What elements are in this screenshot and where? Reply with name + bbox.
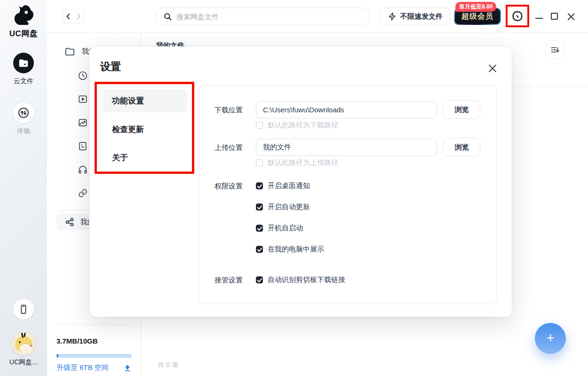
user-avatar[interactable] xyxy=(12,332,35,355)
rail-label-user: UC网盘... xyxy=(0,358,47,367)
settings-dialog: 设置 功能设置 检查更新 关于 下载位置 浏览 默认此路径为下载路径 上传位置 … xyxy=(89,47,512,317)
rail-item-mobile[interactable] xyxy=(0,299,47,320)
nav-item-label: 功能设置 xyxy=(112,96,144,105)
document-icon[interactable] xyxy=(78,141,88,151)
settings-gear-icon[interactable] xyxy=(511,10,524,23)
item-count: 共 0 项 xyxy=(158,361,178,369)
checkbox-label: 开启自动更新 xyxy=(268,203,310,212)
rail-item-cloud-files[interactable]: 云文件 xyxy=(0,53,47,86)
dialog-nav-check-update[interactable]: 检查更新 xyxy=(103,123,187,137)
history-nav xyxy=(63,9,84,24)
dialog-nav-function-settings[interactable]: 功能设置 xyxy=(103,89,187,112)
browse-label: 浏览 xyxy=(455,105,469,114)
default-upload-path-checkbox[interactable]: 默认此路径为上传路径 xyxy=(256,158,338,167)
desktop-notification-checkbox[interactable]: 开启桌面通知 xyxy=(256,181,310,190)
brand-name: UC网盘 xyxy=(7,28,40,39)
storage-progress-bar xyxy=(56,354,132,358)
phone-icon xyxy=(18,304,29,314)
checkbox-label: 默认此路径为上传路径 xyxy=(268,158,338,167)
link-icon[interactable] xyxy=(78,188,88,198)
clipboard-link-checkbox[interactable]: 自动识别剪切板下载链接 xyxy=(256,275,345,284)
app-logo: UC网盘 xyxy=(7,4,40,39)
dialog-close-icon[interactable] xyxy=(488,64,497,72)
nav-item-label: 关于 xyxy=(112,153,128,162)
takeover-settings-label: 接管设置 xyxy=(215,276,243,285)
auto-update-checkbox[interactable]: 开启自动更新 xyxy=(256,203,310,212)
upload-location-label: 上传位置 xyxy=(215,143,243,152)
video-icon[interactable] xyxy=(78,94,88,104)
storage-usage: 3.7MB/10GB xyxy=(56,337,132,345)
checkbox-label: 开机自启动 xyxy=(268,224,303,233)
share-nodes-icon xyxy=(65,217,75,227)
storage-panel: 3.7MB/10GB 升级至 6TB 空间 xyxy=(56,324,132,372)
transfer-arrows-icon xyxy=(17,107,30,119)
checkbox-label: 默认此路径为下载路径 xyxy=(268,121,338,130)
download-browse-button[interactable]: 浏览 xyxy=(443,100,480,119)
vip-label: 超级会员 xyxy=(461,12,493,22)
forward-chevron-icon[interactable] xyxy=(75,13,82,20)
back-chevron-icon[interactable] xyxy=(65,13,72,20)
show-in-my-computer-checkbox[interactable]: 在我的电脑中展示 xyxy=(256,245,324,254)
sort-button[interactable] xyxy=(546,40,564,59)
plus-icon: + xyxy=(546,331,555,345)
vip-area: 超级会员 首月低至8.80 xyxy=(454,8,501,25)
nav-item-label: 检查更新 xyxy=(112,125,144,134)
checkbox-label: 在我的电脑中展示 xyxy=(268,245,324,254)
search-input[interactable] xyxy=(176,13,355,21)
checkbox-icon[interactable] xyxy=(256,182,263,189)
upgrade-link[interactable]: 升级至 6TB 空间 xyxy=(56,363,109,372)
rail-item-account[interactable]: UC网盘... xyxy=(0,332,47,367)
squirrel-logo-icon xyxy=(13,4,34,25)
rail-item-transfer[interactable]: 传输 xyxy=(0,102,47,135)
permission-settings-label: 权限设置 xyxy=(215,182,243,191)
window-close-button[interactable] xyxy=(567,13,575,20)
sort-icon xyxy=(550,45,560,55)
window-maximize-button[interactable] xyxy=(551,13,558,20)
checkbox-icon[interactable] xyxy=(256,225,263,232)
upgrade-upload-icon[interactable] xyxy=(123,364,132,372)
download-location-label: 下载位置 xyxy=(215,106,243,115)
checkbox-icon[interactable] xyxy=(256,246,263,253)
checkbox-icon[interactable] xyxy=(256,276,263,283)
checkbox-label: 开启桌面通知 xyxy=(268,181,310,190)
search-icon xyxy=(163,12,172,21)
checkbox-label: 自动识别剪切板下载链接 xyxy=(268,275,345,284)
checkbox-icon[interactable] xyxy=(256,159,263,166)
image-icon[interactable] xyxy=(78,118,88,128)
audio-headphones-icon[interactable] xyxy=(78,164,88,175)
recent-clock-icon[interactable] xyxy=(78,70,88,81)
add-fab-button[interactable]: + xyxy=(535,323,566,354)
checkbox-icon[interactable] xyxy=(256,122,263,129)
upload-browse-button[interactable]: 浏览 xyxy=(443,138,480,157)
dialog-content-panel: 下载位置 浏览 默认此路径为下载路径 上传位置 浏览 默认此路径为上传路径 权限… xyxy=(199,85,497,304)
dialog-nav-about[interactable]: 关于 xyxy=(103,151,187,165)
lightning-icon xyxy=(388,12,397,21)
folder-icon xyxy=(64,46,75,57)
checkbox-icon[interactable] xyxy=(256,204,263,211)
upload-path-input[interactable] xyxy=(256,139,437,156)
download-path-input[interactable] xyxy=(256,101,437,118)
dialog-title: 设置 xyxy=(100,60,121,74)
window-minimize-button[interactable] xyxy=(535,18,543,19)
send-file-label: 不限速发文件 xyxy=(400,12,443,21)
titlebar: 不限速发文件 超级会员 首月低至8.80 xyxy=(47,0,588,33)
search-bar[interactable] xyxy=(155,8,370,25)
rail-label-cloud: 云文件 xyxy=(0,77,47,86)
rail-label-transfer: 传输 xyxy=(0,127,47,135)
send-file-button[interactable]: 不限速发文件 xyxy=(380,8,451,25)
auto-start-checkbox[interactable]: 开机自启动 xyxy=(256,224,303,233)
browse-label: 浏览 xyxy=(455,143,469,152)
default-download-path-checkbox[interactable]: 默认此路径为下载路径 xyxy=(256,121,338,130)
vip-promo-badge: 首月低至8.80 xyxy=(455,2,496,12)
cloud-folder-icon xyxy=(18,58,29,68)
